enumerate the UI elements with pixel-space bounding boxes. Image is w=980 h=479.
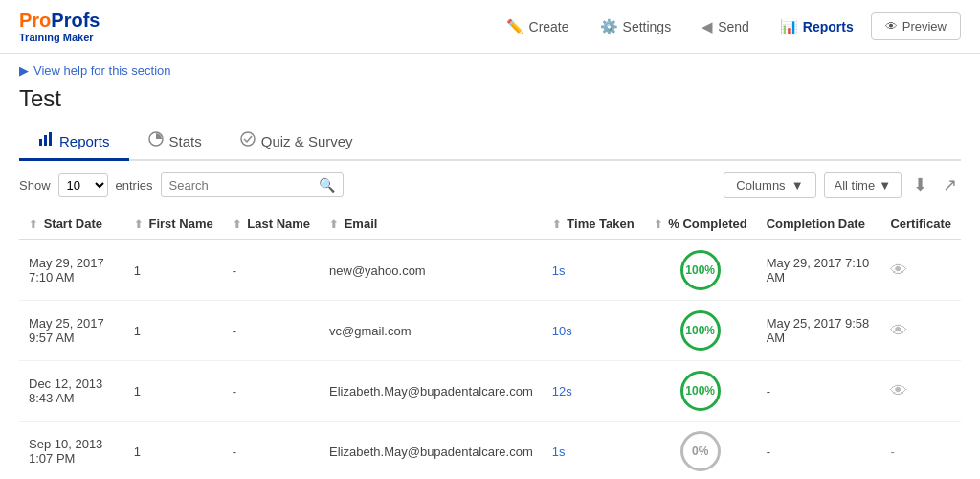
cell-pct-completed: 0% <box>644 422 757 480</box>
svg-rect-0 <box>39 139 42 146</box>
cell-first-name: 1 <box>124 361 223 422</box>
data-table: ⬆ Start Date ⬆ First Name ⬆ Last Name ⬆ … <box>19 209 961 479</box>
tab-stats[interactable]: Stats <box>129 124 221 161</box>
nav-reports[interactable]: 📊 Reports <box>767 12 867 41</box>
nav-settings[interactable]: ⚙️ Settings <box>587 12 685 41</box>
svg-rect-2 <box>49 132 52 146</box>
cell-completion-date: - <box>757 422 881 480</box>
download-button[interactable]: ⬇ <box>909 171 931 199</box>
alltime-label: All time <box>835 178 876 193</box>
sort-icon-first-name: ⬆ <box>134 218 143 230</box>
entries-select[interactable]: 10 25 50 100 <box>58 173 108 197</box>
help-link-text: View help for this section <box>33 63 171 78</box>
cell-start-date: Sep 10, 2013 1:07 PM <box>19 422 124 480</box>
cell-pct-completed: 100% <box>644 301 757 361</box>
table-row: Dec 12, 2013 8:43 AM 1 - Elizabeth.May@b… <box>19 361 961 422</box>
cell-start-date: Dec 12, 2013 8:43 AM <box>19 361 124 422</box>
certificate-eye-icon[interactable]: 👁 <box>890 261 907 280</box>
cell-time-taken: 12s <box>543 361 644 422</box>
help-icon: ▶ <box>19 63 29 78</box>
share-button[interactable]: ↗ <box>939 171 961 199</box>
table-wrapper: ⬆ Start Date ⬆ First Name ⬆ Last Name ⬆ … <box>0 209 980 479</box>
page-title: Test <box>19 85 961 112</box>
cell-completion-date: - <box>757 361 881 422</box>
columns-label: Columns <box>736 178 785 193</box>
tab-reports-label: Reports <box>59 133 110 149</box>
quiz-survey-tab-icon <box>240 131 256 150</box>
cell-first-name: 1 <box>124 240 223 301</box>
search-icon: 🔍 <box>319 177 335 193</box>
nav-preview-label: Preview <box>902 19 947 34</box>
logo: ProProfs <box>19 10 100 32</box>
logo-area: ProProfs Training Maker <box>19 10 100 43</box>
subheader: ▶ View help for this section Test <box>0 54 980 112</box>
svg-rect-1 <box>44 135 47 146</box>
tab-quiz-survey-label: Quiz & Survey <box>261 133 353 149</box>
alltime-dropdown-icon: ▼ <box>879 178 891 193</box>
cell-start-date: May 29, 2017 7:10 AM <box>19 240 124 301</box>
sort-icon-pct-completed: ⬆ <box>654 218 662 230</box>
cell-last-name: - <box>223 361 320 422</box>
certificate-dash: - <box>890 445 894 459</box>
nav-settings-label: Settings <box>623 19 672 34</box>
search-box: 🔍 <box>161 172 344 197</box>
send-icon: ◀ <box>702 18 713 35</box>
cell-email: Elizabeth.May@bupadentalcare.com <box>320 422 543 480</box>
tabs: Reports Stats Quiz & Survey <box>19 124 961 161</box>
pct-circle: 100% <box>680 371 721 411</box>
cell-email: Elizabeth.May@bupadentalcare.com <box>320 361 543 422</box>
col-start-date[interactable]: ⬆ Start Date <box>19 209 124 240</box>
cell-certificate: 👁 <box>880 301 961 361</box>
preview-icon: 👁 <box>885 19 898 34</box>
col-pct-completed[interactable]: ⬆ % Completed <box>644 209 757 240</box>
sort-icon-start-date: ⬆ <box>29 218 37 230</box>
col-completion-date[interactable]: Completion Date <box>757 209 881 240</box>
cell-pct-completed: 100% <box>644 361 757 422</box>
cell-certificate: - <box>880 422 961 480</box>
col-certificate[interactable]: Certificate <box>880 209 961 240</box>
cell-start-date: May 25, 2017 9:57 AM <box>19 301 124 361</box>
columns-button[interactable]: Columns ▼ <box>724 172 815 198</box>
svg-point-4 <box>241 132 255 146</box>
cell-certificate: 👁 <box>880 361 961 422</box>
col-email[interactable]: ⬆ Email <box>320 209 543 240</box>
table-row: May 25, 2017 9:57 AM 1 - vc@gmail.com 10… <box>19 301 961 361</box>
col-last-name[interactable]: ⬆ Last Name <box>223 209 320 240</box>
table-row: Sep 10, 2013 1:07 PM 1 - Elizabeth.May@b… <box>19 422 961 480</box>
tab-quiz-survey[interactable]: Quiz & Survey <box>221 124 372 161</box>
help-link[interactable]: ▶ View help for this section <box>19 63 961 78</box>
cell-email: vc@gmail.com <box>320 301 543 361</box>
stats-tab-icon <box>148 131 164 150</box>
cell-email: new@yahoo.com <box>320 240 543 301</box>
nav-items: ✏️ Create ⚙️ Settings ◀ Send 📊 Reports 👁… <box>493 12 961 41</box>
nav-send-label: Send <box>718 19 749 34</box>
certificate-eye-icon[interactable]: 👁 <box>890 381 907 400</box>
cell-certificate: 👁 <box>880 240 961 301</box>
certificate-eye-icon[interactable]: 👁 <box>890 321 907 340</box>
alltime-button[interactable]: All time ▼ <box>824 172 902 198</box>
show-label: Show <box>19 178 51 193</box>
sort-icon-time-taken: ⬆ <box>552 218 561 230</box>
pct-circle: 100% <box>680 310 721 351</box>
col-time-taken[interactable]: ⬆ Time Taken <box>543 209 644 240</box>
sort-icon-last-name: ⬆ <box>233 218 241 230</box>
columns-dropdown-icon: ▼ <box>791 178 804 193</box>
col-first-name[interactable]: ⬆ First Name <box>124 209 223 240</box>
cell-first-name: 1 <box>124 301 223 361</box>
nav-create[interactable]: ✏️ Create <box>493 12 583 41</box>
search-input[interactable] <box>169 178 313 193</box>
cell-time-taken: 1s <box>543 240 644 301</box>
create-icon: ✏️ <box>506 18 524 35</box>
nav-create-label: Create <box>529 19 569 34</box>
nav-preview[interactable]: 👁 Preview <box>871 12 961 40</box>
cell-time-taken: 10s <box>543 301 644 361</box>
reports-icon: 📊 <box>780 18 798 35</box>
table-header-row: ⬆ Start Date ⬆ First Name ⬆ Last Name ⬆ … <box>19 209 961 240</box>
cell-last-name: - <box>223 422 320 480</box>
cell-first-name: 1 <box>124 422 223 480</box>
tab-reports[interactable]: Reports <box>19 124 129 161</box>
sort-icon-email: ⬆ <box>329 218 338 230</box>
nav-send[interactable]: ◀ Send <box>688 12 763 41</box>
table-row: May 29, 2017 7:10 AM 1 - new@yahoo.com 1… <box>19 240 961 301</box>
pct-circle: 0% <box>680 431 721 471</box>
